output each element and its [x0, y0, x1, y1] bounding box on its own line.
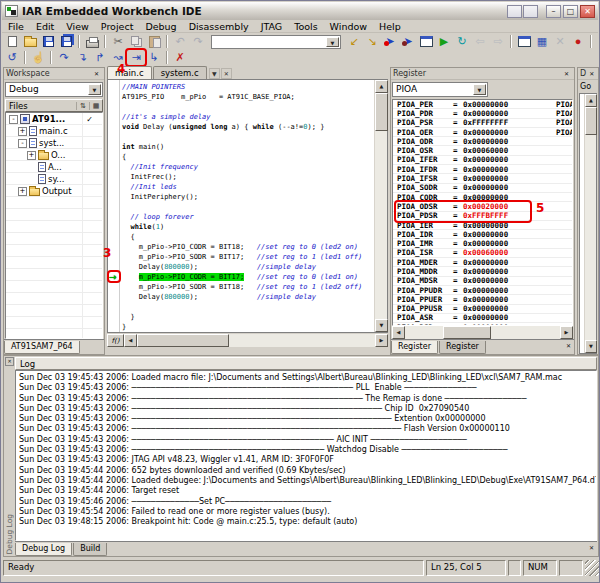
tree-expand-icon[interactable]: - — [18, 139, 27, 148]
scrollbar-thumb[interactable] — [443, 326, 491, 339]
register-row[interactable]: PIOA_ISR=0x00060000 — [393, 249, 572, 258]
inactive-window-button-1[interactable] — [507, 5, 522, 18]
register-row[interactable]: PIOA_ODR=0x00000000 — [393, 137, 572, 146]
step-over-icon[interactable]: ↷ — [55, 50, 73, 65]
editor-hscrollbar[interactable]: ◀ ▶ — [124, 334, 388, 347]
scroll-right-icon[interactable]: ▶ — [560, 326, 573, 339]
new-window-icon[interactable] — [515, 34, 533, 49]
menu-disassembly[interactable]: Disassembly — [183, 21, 255, 32]
scrollbar-thumb[interactable] — [585, 107, 597, 135]
log-drag-strip[interactable]: ✕ Debug Log — [4, 356, 15, 556]
debug-without-downloading-icon[interactable]: ◉ — [595, 34, 600, 49]
scrollbar-track[interactable] — [375, 131, 387, 319]
tab-register[interactable]: Register — [439, 341, 486, 354]
files-column-header[interactable]: Files ⇅ ▦ — [5, 99, 103, 112]
tree-item[interactable]: +O... — [6, 149, 102, 161]
register-row[interactable]: PIOA_CODR=0x00000000 — [393, 193, 572, 202]
go-icon[interactable]: ↳ — [145, 50, 163, 65]
scroll-down-icon[interactable]: ▼ — [585, 340, 597, 353]
cut-icon[interactable]: ✂ — [109, 34, 127, 49]
tree-expand-icon[interactable]: + — [18, 127, 27, 136]
scroll-down-icon[interactable]: ▼ — [375, 319, 388, 332]
register-hscrollbar[interactable]: ◀ ▶ — [392, 326, 573, 339]
disassembly-title-bar[interactable]: D ✕ — [578, 68, 598, 80]
title-bar[interactable]: IAR Embedded Workbench IDE – □ ✕ — [2, 2, 598, 20]
scrollbar-thumb[interactable] — [137, 334, 229, 347]
compile-icon[interactable]: ↻ — [453, 34, 471, 49]
previous-error-icon[interactable]: ⇦ — [471, 34, 489, 49]
log-tabs-close-icon[interactable]: ✕ — [586, 543, 597, 553]
editor-tab-system-c[interactable]: system.c — [153, 66, 207, 79]
tab-list-icon[interactable]: ▼ — [209, 68, 220, 79]
menu-jtag[interactable]: JTAG — [255, 21, 289, 32]
menu-edit[interactable]: Edit — [30, 21, 60, 32]
sort-icon[interactable]: ⇅ — [76, 102, 89, 110]
menu-project[interactable]: Project — [95, 21, 140, 32]
workspace-project-tab[interactable]: AT91SAM7_P64 — [4, 341, 80, 354]
register-row[interactable]: PIOA_IER=0x00000000 — [393, 221, 572, 230]
make-icon[interactable]: ▶ — [435, 34, 453, 49]
editor-gutter[interactable]: → — [108, 80, 120, 332]
redo-icon[interactable]: ↷ — [189, 34, 207, 49]
workspace-close-icon[interactable]: ✕ — [91, 69, 102, 79]
menu-tools[interactable]: Tools — [288, 21, 323, 32]
editor-close-icon[interactable]: ✕ — [221, 68, 232, 79]
scrollbar-thumb[interactable] — [375, 93, 388, 131]
tab-register[interactable]: Register — [391, 341, 438, 354]
save-all-icon[interactable] — [57, 34, 75, 49]
register-title-bar[interactable]: Register ✕ — [391, 68, 574, 80]
tree-expand-icon[interactable]: - — [9, 115, 18, 124]
run-to-cursor-icon[interactable]: ⇥ — [127, 50, 145, 65]
workspace-window-icon[interactable]: ▦ — [533, 34, 551, 49]
tree-item[interactable]: -syst... — [6, 137, 102, 149]
menu-help[interactable]: Help — [373, 21, 407, 32]
close-button[interactable]: ✕ — [580, 5, 595, 18]
maximize-button[interactable]: □ — [563, 5, 578, 18]
menu-window[interactable]: Window — [324, 21, 373, 32]
toggle-breakpoint-icon[interactable]: ➤ — [381, 34, 399, 49]
function-list-button[interactable]: f() — [107, 334, 124, 347]
undo-icon[interactable]: ↶ — [171, 34, 189, 49]
register-row[interactable]: PIOA_IMR=0x00000000 — [393, 239, 572, 248]
register-row[interactable]: PIOA_PER=0x00000000PIOA — [393, 100, 572, 109]
scrollbar-track[interactable] — [229, 334, 375, 347]
tab-debug-log[interactable]: Debug Log — [15, 543, 72, 556]
columns-icon[interactable]: ▦ — [89, 102, 102, 110]
scrollbar-track[interactable] — [585, 135, 596, 340]
menu-file[interactable]: File — [2, 21, 30, 32]
tree-item[interactable]: sy... — [6, 173, 102, 185]
save-icon[interactable] — [39, 34, 57, 49]
combo-dropdown-icon[interactable]: ▼ — [326, 37, 339, 47]
print-icon[interactable] — [83, 34, 101, 49]
reset-icon[interactable]: ↺ — [3, 50, 21, 65]
register-row[interactable]: PIOA_IDR=0x00000000 — [393, 230, 572, 239]
register-tabs-close-icon[interactable]: ✕ — [563, 341, 574, 351]
dropdown-icon[interactable]: ▼ — [473, 84, 486, 95]
enable-breakpoint-icon[interactable]: ➤ — [399, 34, 417, 49]
register-row[interactable]: PIOA_PSR=0xFFFFFFFFPIOA — [393, 119, 572, 128]
register-row[interactable]: PIOA_IFER=0x00000000 — [393, 156, 572, 165]
register-row[interactable]: PIOA_MDDR=0x00000000 — [393, 267, 572, 276]
step-out-icon[interactable]: ↱ — [91, 50, 109, 65]
copy-icon[interactable] — [127, 34, 145, 49]
register-row[interactable]: PIOA_OER=0x00000000PIOA — [393, 128, 572, 137]
register-row[interactable]: PIOA_PPUDR=0x00000000 — [393, 286, 572, 295]
scroll-left-icon[interactable]: ◀ — [124, 334, 137, 347]
register-row[interactable]: PIOA_ASR=0x00000000 — [393, 314, 572, 323]
files-tree[interactable]: -AT91...✓+main.c-syst...+O...A...sy...+O… — [5, 112, 103, 339]
editor-tab-main-c[interactable]: main.c — [107, 66, 152, 79]
log-close-icon[interactable]: ✕ — [5, 357, 14, 366]
tree-item[interactable]: +main.c — [6, 125, 102, 137]
resize-grip[interactable] — [585, 560, 599, 576]
dropdown-icon[interactable]: ▼ — [88, 84, 101, 95]
close-window-icon[interactable]: ✕ — [551, 34, 569, 49]
editor-vscrollbar[interactable]: ▲ ▼ — [374, 80, 387, 332]
tab-build[interactable]: Build — [73, 543, 107, 556]
scroll-up-icon[interactable]: ▲ — [375, 80, 388, 93]
stop-debugging-icon[interactable]: ✗ — [171, 50, 189, 65]
inactive-window-button-2[interactable] — [523, 5, 538, 18]
tree-item[interactable]: -AT91...✓ — [6, 113, 102, 125]
scroll-up-icon[interactable]: ▲ — [585, 94, 597, 107]
register-row[interactable]: PIOA_MDER=0x00000000 — [393, 258, 572, 267]
register-row[interactable]: PIOA_MDSR=0x00000000 — [393, 277, 572, 286]
